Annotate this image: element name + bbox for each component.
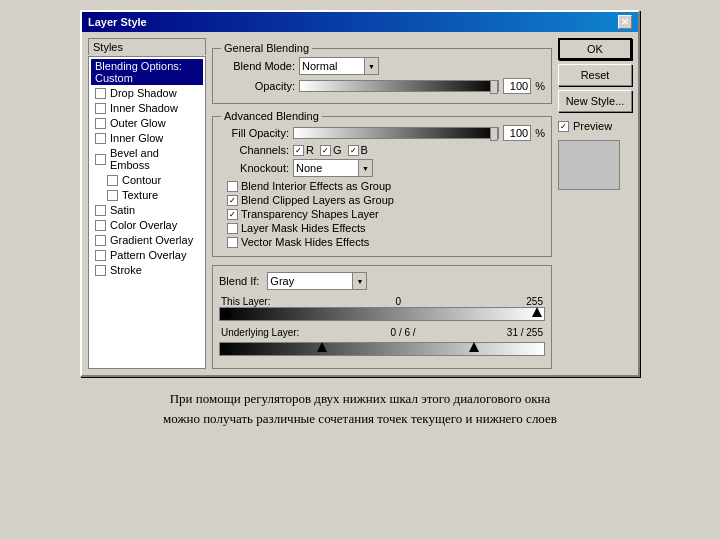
underlying-layer-slider[interactable] bbox=[219, 342, 545, 356]
style-label: Bevel and Emboss bbox=[110, 147, 199, 171]
page-wrapper: Layer Style ✕ Styles Blending Options: C… bbox=[0, 0, 720, 540]
blend-interior-label: Blend Interior Effects as Group bbox=[241, 180, 391, 192]
channel-g-checkbox[interactable] bbox=[320, 145, 331, 156]
gradient-overlay-checkbox[interactable] bbox=[95, 235, 106, 246]
this-layer-left-thumb[interactable] bbox=[222, 307, 232, 317]
texture-checkbox[interactable] bbox=[107, 190, 118, 201]
fill-opacity-label: Fill Opacity: bbox=[219, 127, 293, 139]
style-item-satin[interactable]: Satin bbox=[91, 203, 203, 217]
style-label: Texture bbox=[122, 189, 158, 201]
style-item-color-overlay[interactable]: Color Overlay bbox=[91, 218, 203, 232]
underlying-right-thumb[interactable] bbox=[469, 342, 479, 352]
blend-clipped-checkbox[interactable] bbox=[227, 195, 238, 206]
drop-shadow-checkbox[interactable] bbox=[95, 88, 106, 99]
pattern-overlay-checkbox[interactable] bbox=[95, 250, 106, 261]
fill-opacity-track[interactable] bbox=[293, 127, 499, 139]
bottom-text: При помощи регуляторов двух нижних шкал … bbox=[143, 389, 577, 428]
advanced-blending-section: Advanced Blending Fill Opacity: % bbox=[212, 116, 552, 257]
channel-r-label: R bbox=[306, 144, 314, 156]
blend-clipped-item: Blend Clipped Layers as Group bbox=[227, 194, 545, 206]
transparency-label: Transparency Shapes Layer bbox=[241, 208, 379, 220]
transparency-item: Transparency Shapes Layer bbox=[227, 208, 545, 220]
bevel-emboss-checkbox[interactable] bbox=[95, 154, 106, 165]
opacity-unit: % bbox=[535, 80, 545, 92]
this-layer-label: This Layer: bbox=[221, 296, 270, 307]
outer-glow-checkbox[interactable] bbox=[95, 118, 106, 129]
new-style-button[interactable]: New Style... bbox=[558, 90, 632, 112]
contour-checkbox[interactable] bbox=[107, 175, 118, 186]
channels-row: Channels: R G bbox=[219, 144, 545, 156]
close-button[interactable]: ✕ bbox=[618, 15, 632, 29]
blend-if-select[interactable]: Gray Red Green Blue bbox=[267, 272, 367, 290]
layer-mask-checkbox[interactable] bbox=[227, 223, 238, 234]
style-label: Drop Shadow bbox=[110, 87, 177, 99]
style-label: Satin bbox=[110, 204, 135, 216]
style-item-stroke[interactable]: Stroke bbox=[91, 263, 203, 277]
opacity-value-input[interactable] bbox=[503, 78, 531, 94]
underlying-left-thumb[interactable] bbox=[317, 342, 327, 352]
channel-r-checkbox[interactable] bbox=[293, 145, 304, 156]
styles-header: Styles bbox=[88, 38, 206, 55]
style-item-texture[interactable]: Texture bbox=[91, 188, 203, 202]
underlying-values: Underlying Layer: 0 / 6 / 31 / 255 bbox=[219, 327, 545, 338]
channels-control: R G B bbox=[293, 144, 368, 156]
blend-mode-select-wrapper: Normal Dissolve Multiply ▼ bbox=[299, 57, 379, 75]
stroke-checkbox[interactable] bbox=[95, 265, 106, 276]
style-item-gradient-overlay[interactable]: Gradient Overlay bbox=[91, 233, 203, 247]
knockout-select[interactable]: None Shallow Deep bbox=[293, 159, 373, 177]
channel-b-label: B bbox=[361, 144, 368, 156]
transparency-checkbox[interactable] bbox=[227, 209, 238, 220]
this-layer-right-thumb[interactable] bbox=[532, 307, 542, 317]
inner-shadow-checkbox[interactable] bbox=[95, 103, 106, 114]
ok-button[interactable]: OK bbox=[558, 38, 632, 60]
style-item-blending-options[interactable]: Blending Options: Custom bbox=[91, 59, 203, 85]
inner-glow-checkbox[interactable] bbox=[95, 133, 106, 144]
style-item-bevel-emboss[interactable]: Bevel and Emboss bbox=[91, 146, 203, 172]
style-label: Inner Glow bbox=[110, 132, 163, 144]
channel-g-label: G bbox=[333, 144, 342, 156]
style-item-drop-shadow[interactable]: Drop Shadow bbox=[91, 86, 203, 100]
blend-if-select-wrapper: Gray Red Green Blue ▼ bbox=[267, 272, 367, 290]
blend-interior-item: Blend Interior Effects as Group bbox=[227, 180, 545, 192]
fill-opacity-input[interactable] bbox=[503, 125, 531, 141]
channel-b-checkbox[interactable] bbox=[348, 145, 359, 156]
underlying-right-val: 31 / 255 bbox=[507, 327, 543, 338]
dialog-titlebar: Layer Style ✕ bbox=[82, 12, 638, 32]
this-layer-slider[interactable] bbox=[219, 307, 545, 321]
blend-mode-row: Blend Mode: Normal Dissolve Multiply ▼ bbox=[219, 57, 545, 75]
advanced-blending-title: Advanced Blending bbox=[221, 110, 322, 122]
channels-label: Channels: bbox=[219, 144, 293, 156]
channel-b-item: B bbox=[348, 144, 368, 156]
opacity-slider-handle[interactable] bbox=[490, 80, 498, 94]
styles-list: Blending Options: Custom Drop Shadow Inn… bbox=[88, 56, 206, 369]
layer-mask-item: Layer Mask Hides Effects bbox=[227, 222, 545, 234]
style-item-pattern-overlay[interactable]: Pattern Overlay bbox=[91, 248, 203, 262]
style-item-contour[interactable]: Contour bbox=[91, 173, 203, 187]
preview-label-text: Preview bbox=[573, 120, 612, 132]
layer-mask-label: Layer Mask Hides Effects bbox=[241, 222, 366, 234]
style-label: Outer Glow bbox=[110, 117, 166, 129]
satin-checkbox[interactable] bbox=[95, 205, 106, 216]
style-item-outer-glow[interactable]: Outer Glow bbox=[91, 116, 203, 130]
preview-checkbox[interactable] bbox=[558, 121, 569, 132]
this-layer-left-val: 0 bbox=[396, 296, 402, 307]
style-label: Inner Shadow bbox=[110, 102, 178, 114]
color-overlay-checkbox[interactable] bbox=[95, 220, 106, 231]
blend-mode-select[interactable]: Normal Dissolve Multiply bbox=[299, 57, 379, 75]
dialog-body: Styles Blending Options: Custom Drop Sha… bbox=[82, 32, 638, 375]
underlying-label: Underlying Layer: bbox=[221, 327, 299, 338]
right-panel: OK Reset New Style... Preview bbox=[558, 38, 632, 369]
fill-opacity-handle[interactable] bbox=[490, 127, 498, 141]
style-item-inner-shadow[interactable]: Inner Shadow bbox=[91, 101, 203, 115]
opacity-control: % bbox=[299, 78, 545, 94]
this-layer-values: This Layer: 0 255 bbox=[219, 296, 545, 307]
blend-if-row: Blend If: Gray Red Green Blue ▼ bbox=[219, 272, 545, 290]
blend-interior-checkbox[interactable] bbox=[227, 181, 238, 192]
reset-button[interactable]: Reset bbox=[558, 64, 632, 86]
dialog-title: Layer Style bbox=[88, 16, 147, 28]
style-label: Contour bbox=[122, 174, 161, 186]
knockout-label: Knockout: bbox=[219, 162, 293, 174]
opacity-slider-track[interactable] bbox=[299, 80, 499, 92]
vector-mask-checkbox[interactable] bbox=[227, 237, 238, 248]
style-item-inner-glow[interactable]: Inner Glow bbox=[91, 131, 203, 145]
